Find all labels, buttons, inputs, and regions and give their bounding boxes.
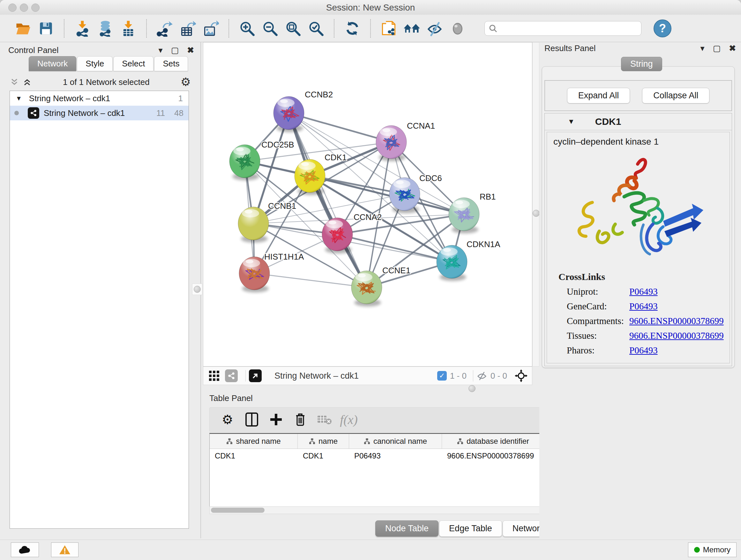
network-node-HIST1H1A[interactable] — [239, 257, 270, 293]
search-field[interactable] — [484, 21, 642, 36]
column-header-name[interactable]: name — [298, 434, 349, 449]
warnings-button[interactable] — [51, 543, 78, 557]
save-session-icon[interactable] — [37, 19, 56, 38]
table-cell[interactable]: CDK1 — [210, 449, 298, 463]
column-header-database-identifier[interactable]: database identifier — [442, 434, 544, 449]
tab-network[interactable]: Network — [29, 56, 76, 71]
network-row-selected[interactable]: String Network – cdk1 11 48 — [10, 106, 189, 120]
cloud-button[interactable] — [11, 543, 39, 557]
crosslink-link[interactable]: P06493 — [629, 345, 658, 356]
import-network-icon[interactable] — [73, 19, 92, 38]
homes-icon[interactable] — [402, 19, 421, 38]
crosslink-link[interactable]: 9606.ENSP00000378699 — [629, 316, 724, 326]
scrollbar-thumb[interactable] — [211, 508, 265, 513]
collection-expand-icon[interactable]: ▼ — [16, 95, 22, 102]
collapse-all-tree-icon[interactable] — [10, 77, 19, 87]
network-edge-CCNB2-CCNA1[interactable] — [289, 113, 391, 142]
close-panel-icon[interactable]: ✖ — [187, 45, 194, 55]
maximize-panel-icon[interactable]: ▢ — [713, 44, 721, 53]
tab-edge-table[interactable]: Edge Table — [439, 520, 502, 537]
network-node-CDK1[interactable] — [294, 159, 325, 195]
network-edge-HIST1H1A-CCNE1[interactable] — [254, 273, 367, 287]
warning-icon — [59, 545, 71, 555]
delete-column-trash-icon[interactable] — [291, 411, 310, 428]
control-panel-title: Control Panel — [8, 45, 59, 55]
network-view-share-icon[interactable] — [225, 369, 238, 382]
tab-string-results[interactable]: String — [621, 57, 662, 71]
network-node-CDKN1A[interactable] — [436, 245, 467, 281]
network-node-CDC6[interactable] — [389, 178, 420, 213]
close-panel-icon[interactable]: ✖ — [729, 44, 736, 53]
table-cell[interactable]: CDK1 — [298, 449, 349, 463]
collection-count: 1 — [179, 94, 183, 104]
column-header-shared-name[interactable]: shared name — [210, 434, 298, 449]
network-node-RB1[interactable] — [449, 198, 479, 233]
network-node-CDC25B[interactable] — [229, 145, 260, 180]
memory-button[interactable]: Memory — [688, 543, 737, 557]
search-input[interactable] — [497, 22, 641, 35]
tab-sets[interactable]: Sets — [154, 56, 188, 71]
toolbar-separator — [370, 19, 371, 38]
maximize-panel-icon[interactable]: ▢ — [171, 45, 179, 55]
zoom-in-icon[interactable] — [238, 19, 257, 38]
clone-network-icon[interactable] — [379, 19, 398, 38]
create-column-plus-icon[interactable] — [266, 411, 286, 428]
show-columns-icon[interactable] — [242, 411, 261, 428]
fit-content-crosshair-icon[interactable] — [515, 369, 528, 382]
delete-table-icon — [315, 411, 334, 428]
detach-view-icon[interactable] — [249, 369, 262, 382]
crosslink-link[interactable]: P06493 — [629, 301, 658, 312]
node-label-CDC25B: CDC25B — [261, 140, 294, 149]
zoom-selected-icon[interactable] — [307, 19, 326, 38]
memory-status-dot-icon — [694, 547, 700, 553]
export-table-icon[interactable] — [178, 19, 197, 38]
column-header-canonical-name[interactable]: canonical name — [349, 434, 442, 449]
splitter-handle-bottom[interactable] — [468, 385, 475, 392]
network-canvas[interactable]: CCNB2CCNA1CDC25BCDK1CDC6RB1CCNB1CCNA2CDK… — [203, 42, 532, 367]
table-options-gear-icon[interactable]: ⚙ — [218, 411, 237, 428]
crosslink-label: Pharos: — [567, 345, 629, 356]
network-node-CCNB1[interactable] — [238, 207, 269, 243]
network-list-options-gear-icon[interactable]: ⚙ — [181, 75, 191, 89]
expand-all-tree-icon[interactable] — [22, 77, 32, 87]
export-network-icon[interactable] — [155, 19, 174, 38]
collapse-all-button[interactable]: Collapse All — [642, 88, 710, 104]
network-node-CCNA1[interactable] — [376, 125, 407, 161]
crosslink-link[interactable]: P06493 — [629, 287, 658, 297]
crosslink-link[interactable]: 9606.ENSP00000378699 — [629, 330, 724, 341]
network-view-toolbar: String Network – cdk1 ✓ 1 - 0 0 - 0 — [203, 367, 532, 385]
float-panel-icon[interactable]: ▾ — [158, 45, 163, 55]
export-image-icon[interactable] — [201, 19, 220, 38]
selected-checkbox-icon[interactable]: ✓ — [437, 371, 447, 381]
open-session-icon[interactable] — [13, 19, 32, 38]
zoom-out-icon[interactable] — [260, 19, 280, 38]
import-table-icon[interactable] — [119, 19, 138, 38]
splitter-handle-right[interactable] — [533, 210, 540, 217]
node-label-CCNA1: CCNA1 — [407, 121, 435, 131]
float-panel-icon[interactable]: ▾ — [700, 44, 704, 53]
tab-node-table[interactable]: Node Table — [375, 520, 439, 537]
tab-style[interactable]: Style — [77, 56, 113, 71]
gene-description: cyclin–dependent kinase 1 — [547, 132, 730, 147]
splitter-handle-left[interactable] — [192, 284, 202, 295]
network-node-CCNB2[interactable] — [273, 97, 304, 132]
collapse-gene-icon[interactable]: ▼ — [568, 118, 575, 126]
grid-view-icon[interactable] — [208, 369, 220, 382]
gene-card-header[interactable]: ▼ CDK1 — [545, 113, 732, 130]
eye-slash-icon[interactable] — [425, 19, 444, 38]
network-collection-row[interactable]: ▼ String Network – cdk1 1 — [10, 91, 189, 106]
help-button[interactable]: ? — [654, 19, 671, 37]
table-cell[interactable]: P06493 — [349, 449, 442, 463]
network-node-CCNE1[interactable] — [351, 271, 382, 307]
refresh-icon[interactable] — [343, 19, 362, 38]
crosslink-label: GeneCard: — [567, 301, 629, 312]
zoom-fit-icon[interactable] — [283, 19, 302, 38]
table-cell[interactable]: 9606.ENSP00000378699 — [442, 449, 544, 463]
node-label-HIST1H1A: HIST1H1A — [264, 252, 304, 261]
main-toolbar: ? — [0, 15, 741, 42]
tab-select[interactable]: Select — [113, 56, 153, 71]
splitter-bar-right[interactable] — [532, 42, 539, 367]
expand-all-button[interactable]: Expand All — [567, 88, 630, 104]
network-node-CCNA2[interactable] — [322, 218, 353, 253]
import-database-icon[interactable] — [96, 19, 115, 38]
